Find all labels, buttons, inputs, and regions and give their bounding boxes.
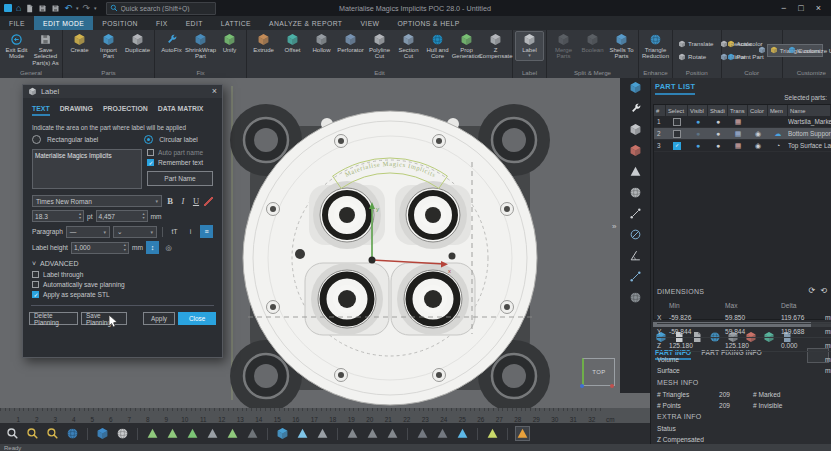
transparency-icon[interactable] (728, 116, 748, 127)
text-orientation-icon[interactable]: ≡ (200, 225, 213, 238)
redo-caret-icon[interactable]: ▾ (94, 5, 97, 11)
column-header[interactable]: Name (788, 105, 831, 116)
advanced-checkbox[interactable] (32, 291, 39, 298)
Hull and Core[interactable]: Hull and Core (423, 31, 452, 62)
new-scene-icon[interactable] (25, 4, 34, 13)
ribbon-tab[interactable]: VIEW (351, 16, 388, 30)
advanced-checkbox[interactable] (32, 271, 39, 278)
orientation-indicator[interactable]: TOP (582, 358, 615, 386)
Triangle Reduction[interactable]: Triangle Reduction (641, 31, 670, 62)
apply-button[interactable]: Apply (143, 312, 176, 325)
maximize-button[interactable]: □ (798, 0, 803, 16)
Customize UI[interactable]: Customize UI (785, 44, 831, 57)
dialog-tab[interactable]: DRAWING (60, 105, 93, 116)
filter-c-icon[interactable] (385, 426, 400, 441)
filter-b-icon[interactable] (365, 426, 380, 441)
orientation-icon[interactable] (629, 123, 642, 136)
underline-button[interactable]: U (191, 196, 201, 206)
column-header[interactable]: # (654, 105, 666, 116)
ribbon-tab[interactable]: ANALYZE & REPORT (260, 16, 351, 30)
separator[interactable] (267, 428, 268, 440)
shading-icon[interactable] (708, 140, 728, 151)
part-row[interactable]: 1 Wartsila_Marketi (654, 116, 831, 128)
mark-shell-icon[interactable] (225, 426, 240, 441)
default-views-icon[interactable] (95, 426, 110, 441)
paragraph-spacing-select[interactable]: ⌄▾ (113, 226, 157, 238)
label-depth-icon[interactable]: ↕ (146, 241, 159, 254)
column-header[interactable]: Color (748, 105, 768, 116)
rectangular-label-radio[interactable] (32, 135, 41, 144)
remesh-icon[interactable] (629, 186, 642, 199)
AutoFix[interactable]: AutoFix (157, 31, 186, 55)
undo-button[interactable]: ↶ (64, 3, 72, 13)
part-name[interactable]: Wartsila_Marketi (788, 116, 831, 127)
mark-region-icon[interactable] (245, 426, 260, 441)
transparency-icon[interactable] (728, 128, 748, 139)
separator[interactable] (407, 428, 408, 440)
close-button[interactable]: × (816, 0, 821, 16)
Offset[interactable]: Offset (278, 31, 307, 55)
Merge Parts[interactable]: Merge Parts (549, 31, 578, 62)
visibility-eye-icon[interactable] (688, 128, 708, 139)
transparency-icon[interactable] (728, 140, 748, 151)
save-icon[interactable] (38, 4, 47, 13)
part-name-button[interactable]: Part Name (147, 171, 213, 186)
minimize-button[interactable]: − (781, 0, 786, 16)
part-name[interactable]: Top Surface Lab (788, 140, 831, 151)
zoom-icon[interactable] (5, 426, 20, 441)
marked-cube-icon[interactable] (275, 426, 290, 441)
ribbon-tab[interactable]: EDIT MODE (34, 16, 93, 30)
font-height-input[interactable]: 4,457▴▾ (96, 210, 148, 222)
measure-line-icon[interactable] (629, 270, 642, 283)
part-list-panel-icon[interactable] (629, 81, 642, 94)
visibility-eye-icon[interactable] (688, 116, 708, 127)
ribbon-tab[interactable]: LATTICE (212, 16, 260, 30)
Boolean[interactable]: Boolean (578, 31, 607, 55)
part-row[interactable]: 2 Bottom Support (654, 128, 831, 140)
ribbon-tab[interactable]: FILE (0, 16, 34, 30)
bold-button[interactable]: B (165, 196, 175, 206)
paragraph-align-select[interactable]: —▾ (66, 226, 110, 238)
mark-surface-icon[interactable] (185, 426, 200, 441)
Unify[interactable]: Unify (215, 31, 244, 55)
measure-diameter-icon[interactable] (629, 228, 642, 241)
Label[interactable]: Label▾ (515, 31, 544, 61)
auto-part-name-checkbox[interactable] (147, 149, 154, 156)
Extrude[interactable]: Extrude (249, 31, 278, 55)
label-text-input[interactable]: Materialise Magics Implicits (32, 149, 142, 189)
import-icon[interactable] (51, 4, 60, 13)
separator[interactable] (337, 428, 338, 440)
home-icon[interactable]: ⌂ (16, 4, 21, 13)
Import Part[interactable]: Import Part (94, 31, 123, 62)
text-case-icon[interactable]: tT (168, 225, 181, 238)
Perforator[interactable]: Perforator (336, 31, 365, 55)
separator[interactable] (507, 428, 508, 440)
select-checkbox[interactable] (673, 118, 681, 126)
Polyline Cut[interactable]: Polyline Cut (365, 31, 394, 62)
Translate[interactable]: Translate (675, 37, 717, 50)
color-icon[interactable] (748, 116, 768, 127)
Exit Edit Mode[interactable]: Exit Edit Mode (2, 31, 31, 62)
view-sphere-icon[interactable] (65, 426, 80, 441)
mark-brush-icon[interactable] (205, 426, 220, 441)
dialog-tab[interactable]: TEXT (32, 105, 50, 116)
spinner-icon[interactable]: ▴▾ (142, 212, 144, 220)
column-header[interactable]: Mem (768, 105, 788, 116)
support-generation-icon[interactable] (629, 165, 642, 178)
color-icon[interactable] (748, 128, 768, 139)
font-size-input[interactable]: 18.3▴▾ (32, 210, 84, 222)
dialog-title-bar[interactable]: Label × (23, 85, 222, 98)
refresh-all-icon[interactable]: ⟲ (820, 286, 827, 295)
column-header[interactable]: Shadi (708, 105, 728, 116)
paint-triangle-icon[interactable] (515, 426, 530, 441)
ribbon-tab[interactable]: POSITION (93, 16, 147, 30)
visibility-eye-icon[interactable] (688, 140, 708, 151)
Z Compensate[interactable]: Z Compensate (481, 31, 510, 62)
repair-icon[interactable] (629, 144, 642, 157)
mark-triangle-icon[interactable] (145, 426, 160, 441)
Autocolor[interactable]: Autocolor (724, 37, 766, 50)
select-blue-triangle-icon[interactable] (455, 426, 470, 441)
spinner-icon[interactable]: ▴▾ (79, 212, 81, 220)
close-button-primary[interactable]: Close (178, 312, 216, 325)
filter-d-icon[interactable] (415, 426, 430, 441)
